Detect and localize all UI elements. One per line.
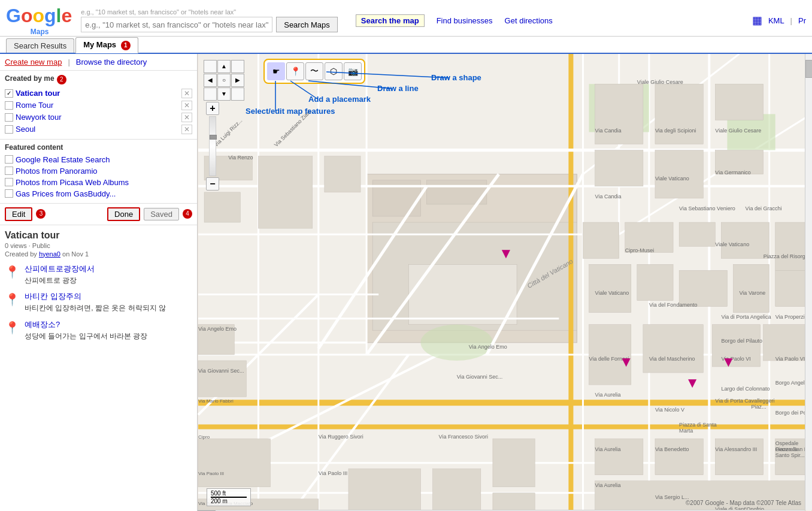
rome-close-icon[interactable]: ✕ — [181, 101, 192, 110]
google-logo-text: Google — [6, 5, 72, 27]
tab-my-maps[interactable]: My Maps 1 — [75, 37, 138, 53]
zoom-in-button[interactable]: + — [206, 102, 219, 115]
pan-w[interactable]: ◀ — [204, 74, 217, 87]
place-pin-2: 📍 — [5, 320, 20, 335]
vatican-tour-link[interactable]: Vatican tour — [16, 89, 60, 98]
zoom-out-button[interactable]: − — [206, 177, 219, 191]
sidebar: Create new map | Browse the directory Cr… — [0, 54, 198, 511]
featured-gasbuddy: Gas Prices from GasBuddy... — [5, 188, 192, 199]
svg-rect-46 — [679, 222, 715, 246]
pan-s[interactable]: ▼ — [217, 87, 231, 101]
svg-rect-37 — [325, 156, 360, 192]
created-by-text: Created by — [5, 250, 37, 258]
badge-2: 2 — [57, 75, 66, 84]
svg-rect-38 — [595, 84, 643, 144]
rome-checkbox[interactable] — [5, 101, 13, 110]
place-pin-0: 📍 — [5, 265, 20, 279]
scrollbar-thumb-v[interactable] — [805, 60, 812, 78]
search-input[interactable] — [81, 17, 272, 32]
svg-text:Via Aurelia: Via Aurelia — [595, 392, 622, 398]
svg-rect-62 — [655, 439, 703, 474]
pan-ne[interactable] — [231, 60, 244, 73]
pan-sw[interactable] — [204, 87, 217, 101]
panoramio-link[interactable]: Photos from Panoramio — [16, 167, 98, 176]
svg-rect-59 — [198, 361, 246, 397]
newyork-close-icon[interactable]: ✕ — [181, 113, 192, 122]
place-pin-1: 📍 — [5, 292, 20, 307]
map-vertical-scrollbar[interactable] — [805, 54, 812, 510]
pan-e[interactable]: ▶ — [231, 74, 244, 87]
search-hint-text: e.g., "10 market st, san francisco" or "… — [81, 8, 338, 16]
gasbuddy-link[interactable]: Gas Prices from GasBuddy... — [16, 189, 116, 198]
zoom-slider-track[interactable] — [209, 116, 216, 176]
created-by-me-section: Created by me 2 ✓ Vatican tour ✕ Rome To… — [0, 71, 197, 139]
gasbuddy-checkbox[interactable] — [5, 189, 13, 198]
edit-button[interactable]: Edit — [5, 207, 32, 221]
svg-text:Via Paolo III: Via Paolo III — [198, 470, 224, 476]
draw-shape-label: Draw a shape — [431, 73, 481, 82]
map-views: 0 views · Public — [5, 242, 192, 249]
newyork-checkbox[interactable] — [5, 113, 13, 122]
map-area[interactable]: Via Luigi Rizz... Via Sebastiano Ziani V… — [198, 54, 812, 511]
svg-rect-52 — [733, 264, 769, 312]
panoramio-checkbox[interactable] — [5, 167, 13, 175]
svg-text:Via Sebastiano Veniero: Via Sebastiano Veniero — [679, 205, 735, 211]
svg-text:Via degli Scipioni: Via degli Scipioni — [655, 127, 696, 133]
svg-text:▼: ▼ — [721, 353, 735, 370]
pan-n[interactable]: ▲ — [217, 60, 231, 73]
search-button[interactable]: Search Maps — [276, 17, 338, 32]
map-item-vatican: ✓ Vatican tour ✕ — [5, 87, 192, 99]
place-name-1[interactable]: 바티칸 입장주의 — [25, 291, 192, 302]
svg-rect-39 — [655, 84, 703, 144]
svg-text:Via Ruggero Sivori: Via Ruggero Sivori — [319, 434, 363, 440]
place-item-1: 📍 바티칸 입장주의 바티칸에 입장하려면, 짧은 옷은 허락되지 않 — [5, 291, 192, 313]
svg-text:Borgo del Pilauto: Borgo del Pilauto — [721, 337, 762, 343]
pan-nw[interactable] — [204, 60, 217, 73]
svg-text:Via Aurelia: Via Aurelia — [595, 482, 622, 488]
svg-text:Viale Vaticano: Viale Vaticano — [595, 289, 629, 295]
place-name-0[interactable]: 산피에트로광장에서 — [25, 264, 192, 274]
vatican-close-icon[interactable]: ✕ — [181, 89, 192, 98]
svg-text:Via dei Gracchi: Via dei Gracchi — [746, 205, 782, 211]
picasa-checkbox[interactable] — [5, 178, 13, 186]
nav-find-businesses[interactable]: Find businesses — [437, 16, 493, 25]
real-estate-link[interactable]: Google Real Estate Search — [16, 155, 110, 164]
saved-button[interactable]: Saved — [144, 208, 179, 220]
select-edit-label: Select/edit map features — [246, 107, 335, 116]
create-new-map-link[interactable]: Create new map — [5, 58, 62, 66]
svg-rect-55 — [643, 324, 703, 372]
kml-link[interactable]: KML — [768, 16, 784, 25]
rome-tour-link[interactable]: Rome Tour — [16, 101, 53, 110]
newyork-tour-link[interactable]: Newyork tour — [16, 113, 62, 122]
nav-search-the-map[interactable]: Search the map — [356, 14, 425, 27]
seoul-checkbox[interactable] — [5, 125, 13, 134]
seoul-close-icon[interactable]: ✕ — [181, 125, 192, 134]
place-item-2: 📍 예배장소? 성당에 들어가는 입구에서 바라본 광장 — [5, 319, 192, 341]
real-estate-checkbox[interactable] — [5, 155, 13, 164]
camera-tool-button[interactable]: 📷 — [344, 62, 362, 80]
svg-text:▼: ▼ — [685, 374, 699, 391]
done-button[interactable]: Done — [107, 207, 140, 221]
vatican-checkbox[interactable]: ✓ — [5, 89, 13, 98]
scale-m-label: 200 m — [211, 498, 247, 504]
place-name-2[interactable]: 예배장소? — [25, 319, 192, 330]
browse-directory-link[interactable]: Browse the directory — [76, 58, 147, 66]
print-link[interactable]: Pr — [798, 16, 806, 25]
select-edit-tool-button[interactable]: ☛ — [267, 62, 285, 80]
add-placemark-button[interactable]: 📍 — [286, 62, 304, 80]
svg-text:Generale: Generale — [775, 446, 798, 452]
pan-se[interactable] — [231, 87, 244, 101]
seoul-link[interactable]: Seoul — [16, 125, 35, 134]
map-item-rome: Rome Tour ✕ — [5, 99, 192, 111]
author-link[interactable]: hyena0 — [39, 250, 60, 258]
nav-get-directions[interactable]: Get directions — [505, 16, 553, 25]
draw-line-button[interactable]: 〜 — [305, 62, 323, 80]
svg-text:Via di Porta Angelica: Via di Porta Angelica — [721, 313, 771, 319]
place-content-0: 산피에트로광장에서 산피에트로 광장 — [25, 264, 192, 286]
picasa-link[interactable]: Photos from Picasa Web Albums — [16, 178, 129, 187]
svg-text:Via Sergio L...: Via Sergio L... — [655, 494, 689, 500]
tab-search-results[interactable]: Search Results — [6, 38, 74, 53]
draw-shape-button[interactable]: ⬡ — [325, 62, 343, 80]
svg-text:Piaz...: Piaz... — [752, 404, 766, 410]
zoom-slider-thumb[interactable] — [210, 135, 217, 140]
